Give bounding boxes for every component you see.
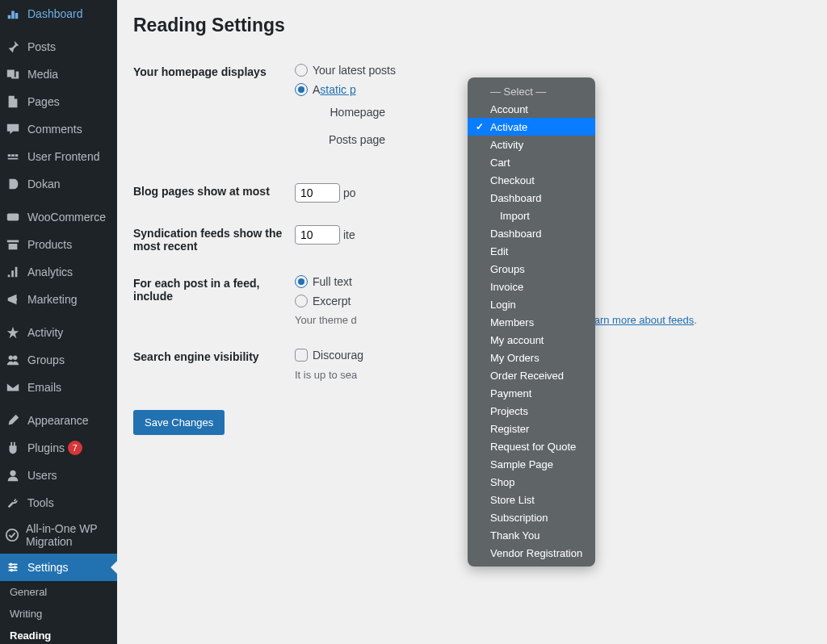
sidebar-item-tools[interactable]: Tools [0, 489, 117, 516]
dropdown-option[interactable]: Login [468, 295, 595, 313]
dropdown-option[interactable]: Cart [468, 153, 595, 171]
sidebar-item-activity[interactable]: Activity [0, 319, 117, 346]
search-check-prefix: Discourag [313, 349, 363, 362]
dropdown-option[interactable]: Invoice [468, 278, 595, 295]
sidebar-item-label: Users [27, 469, 57, 482]
blog-pages-label: Blog pages show at most [133, 183, 295, 198]
activity-icon [5, 324, 21, 341]
sidebar-item-posts[interactable]: Posts [0, 33, 117, 61]
radio-full-text[interactable] [295, 275, 308, 288]
sidebar-item-woocommerce[interactable]: WooCommerce [0, 203, 117, 231]
sidebar-item-dashboard[interactable]: Dashboard [0, 0, 117, 27]
search-visibility-checkbox[interactable] [295, 349, 308, 362]
dropdown-option[interactable]: Vendor Registration [468, 544, 595, 562]
sidebar-item-emails[interactable]: Emails [0, 374, 117, 401]
main-content: Reading Settings Your homepage displays … [117, 0, 827, 644]
syndication-suffix: ite [343, 228, 355, 241]
migration-icon [5, 527, 19, 543]
sidebar-item-settings[interactable]: Settings [0, 554, 117, 581]
feed-include-label: For each post in a feed, include [133, 275, 295, 303]
dropdown-option[interactable]: Dashboard [468, 224, 595, 242]
svg-point-1 [9, 356, 13, 360]
blog-pages-input[interactable] [295, 183, 340, 203]
syndication-label: Syndication feeds show the most recent [133, 225, 295, 253]
learn-feeds-link[interactable]: Learn more about feeds [582, 314, 694, 326]
sidebar-item-groups[interactable]: Groups [0, 346, 117, 374]
sidebar-item-label: Dokan [27, 178, 60, 190]
dropdown-option[interactable]: Dashboard [468, 189, 595, 207]
dropdown-option[interactable]: Activity [468, 136, 595, 153]
settings-icon [5, 559, 21, 575]
page-title: Reading Settings [133, 0, 811, 36]
pin-icon [5, 39, 21, 55]
radio-static-prefix: A [313, 83, 320, 96]
dropdown-option[interactable]: Checkout [468, 171, 595, 189]
radio-latest-posts[interactable] [295, 64, 308, 77]
frontend-icon [5, 148, 21, 165]
dropdown-option[interactable]: Groups [468, 260, 595, 278]
dropdown-option[interactable]: Order Received [468, 366, 595, 384]
tools-icon [5, 495, 21, 511]
sidebar-item-label: All-in-One WP Migration [26, 522, 117, 548]
svg-point-7 [10, 569, 13, 572]
dropdown-option[interactable]: Register [468, 420, 595, 437]
svg-point-4 [6, 529, 18, 541]
sidebar-item-label: Groups [27, 353, 65, 366]
sidebar-item-media[interactable]: Media [0, 61, 117, 88]
sidebar-item-migration[interactable]: All-in-One WP Migration [0, 516, 117, 554]
sidebar-item-users[interactable]: Users [0, 462, 117, 489]
sidebar-item-marketing[interactable]: Marketing [0, 286, 117, 313]
sidebar-item-label: Dashboard [27, 7, 83, 20]
sidebar-item-label: Comments [27, 123, 82, 136]
sidebar-item-label: Marketing [27, 293, 77, 306]
radio-static-page[interactable] [295, 83, 308, 96]
sidebar-item-appearance[interactable]: Appearance [0, 407, 117, 434]
page-select-dropdown[interactable]: — Select —AccountActivateActivityCartChe… [468, 77, 595, 567]
radio-full-text-label: Full text [313, 275, 352, 288]
dropdown-option[interactable]: Payment [468, 384, 595, 402]
search-desc-prefix: It is up to sea [295, 369, 357, 381]
dropdown-option[interactable]: Subscription [468, 508, 595, 526]
dropdown-option[interactable]: Thank You [468, 526, 595, 544]
sidebar-sub-general[interactable]: General [0, 581, 117, 603]
media-icon [5, 66, 21, 82]
dropdown-option[interactable]: — Select — [468, 82, 595, 100]
dropdown-option[interactable]: Activate [468, 118, 595, 136]
dropdown-option[interactable]: Sample Page [468, 455, 595, 473]
products-icon [5, 236, 21, 253]
sidebar-item-label: Plugins [27, 441, 65, 454]
sidebar-item-comments[interactable]: Comments [0, 115, 117, 143]
sidebar-item-products[interactable]: Products [0, 231, 117, 258]
dropdown-option[interactable]: Projects [468, 402, 595, 420]
dropdown-option[interactable]: Edit [468, 242, 595, 260]
sidebar-item-analytics[interactable]: Analytics [0, 258, 117, 286]
sidebar-item-pages[interactable]: Pages [0, 88, 117, 115]
svg-point-2 [13, 356, 17, 360]
sidebar-item-plugins[interactable]: Plugins 7 [0, 434, 117, 462]
svg-point-5 [10, 563, 13, 567]
dropdown-option[interactable]: My account [468, 331, 595, 349]
sidebar-item-userfrontend[interactable]: User Frontend [0, 143, 117, 170]
dropdown-option[interactable]: Shop [468, 473, 595, 491]
appearance-icon [5, 412, 21, 429]
dropdown-option[interactable]: Import [468, 207, 595, 224]
dropdown-option[interactable]: Store List [468, 491, 595, 508]
sidebar-sub-writing[interactable]: Writing [0, 603, 117, 625]
sidebar-item-label: Appearance [27, 414, 89, 427]
plugins-badge: 7 [68, 441, 82, 455]
sidebar-sub-reading[interactable]: Reading [0, 625, 117, 644]
dropdown-option[interactable]: Members [468, 313, 595, 331]
sidebar-item-label: Emails [27, 381, 61, 394]
dropdown-option[interactable]: Request for Quote [468, 437, 595, 455]
radio-latest-posts-label: Your latest posts [313, 64, 396, 77]
homepage-select-label: Homepage [313, 106, 385, 119]
save-button[interactable]: Save Changes [133, 410, 225, 435]
radio-excerpt[interactable] [295, 295, 308, 307]
dropdown-option[interactable]: Account [468, 100, 595, 118]
dropdown-option[interactable]: My Orders [468, 349, 595, 366]
sidebar-item-dokan[interactable]: Dokan [0, 170, 117, 198]
sidebar-item-label: Analytics [27, 266, 73, 278]
sidebar-item-label: Activity [27, 326, 63, 339]
syndication-input[interactable] [295, 225, 340, 245]
static-page-link[interactable]: static p [320, 83, 355, 96]
